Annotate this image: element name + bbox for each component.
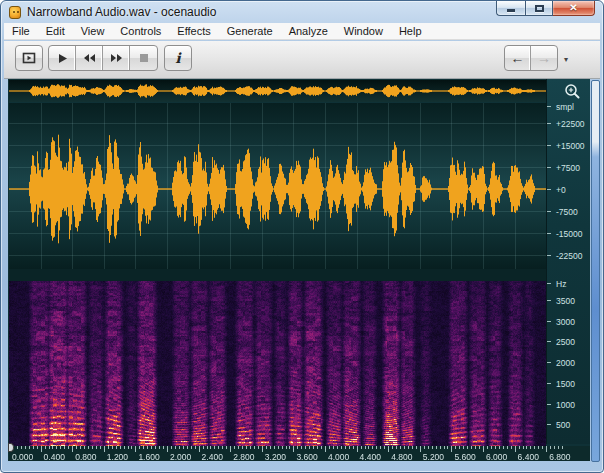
- play-window-icon: [22, 52, 36, 64]
- time-label: 6.000: [486, 452, 507, 461]
- screenshot: Narrowband Audio.wav - ocenaudio ✕ FileE…: [0, 0, 604, 473]
- scale-tick: [547, 211, 551, 212]
- minimize-button[interactable]: [496, 1, 525, 16]
- menu-item-effects[interactable]: Effects: [169, 23, 218, 40]
- close-button[interactable]: ✕: [553, 1, 595, 16]
- scale-tick: [547, 255, 551, 256]
- stop-icon: [139, 53, 149, 63]
- scale-label: 2000: [556, 358, 575, 368]
- scale-label: 1500: [556, 379, 575, 389]
- time-label: 4.400: [360, 452, 381, 461]
- scale-label: +0: [556, 185, 566, 195]
- time-label: 1.200: [107, 452, 128, 461]
- transport-group: [48, 45, 158, 71]
- play-in-new-window-button[interactable]: [15, 45, 43, 71]
- info-button[interactable]: i: [164, 45, 192, 71]
- zoom-icon[interactable]: [564, 83, 581, 100]
- scale-label: 3000: [556, 317, 575, 327]
- close-icon: ✕: [569, 3, 577, 13]
- forward-arrow-icon: →: [537, 51, 551, 65]
- scale-label: smpl: [556, 102, 574, 112]
- window-title: Narrowband Audio.wav - ocenaudio: [27, 5, 216, 19]
- window-controls: ✕: [496, 1, 595, 16]
- vertical-scrollbar[interactable]: [591, 80, 600, 462]
- toolbar: i -00:00:00.000 hr min sec smpl 8000 Hz …: [4, 41, 600, 79]
- rewind-button[interactable]: [76, 46, 103, 70]
- scale-tick: [547, 424, 551, 425]
- time-label: 4.000: [328, 452, 349, 461]
- menu-item-view[interactable]: View: [73, 23, 113, 40]
- time-label: 6.800: [549, 452, 570, 461]
- rewind-icon: [83, 53, 96, 63]
- time-label: 1.600: [138, 452, 159, 461]
- menu-bar: FileEditViewControlsEffectsGenerateAnaly…: [4, 23, 600, 40]
- scale-label: +22500: [556, 119, 585, 129]
- time-label: 6.400: [518, 452, 539, 461]
- fast-forward-icon: [110, 53, 123, 63]
- maximize-icon: [535, 5, 544, 12]
- info-icon: i: [175, 50, 180, 66]
- scale-tick: [547, 167, 551, 168]
- scale-tick: [547, 341, 551, 342]
- scale-column: smpl+22500+15000+7500+0-7500-15000-22500…: [546, 79, 590, 444]
- scale-tick: [547, 233, 551, 234]
- scale-tick: [547, 362, 551, 363]
- menu-item-analyze[interactable]: Analyze: [281, 23, 336, 40]
- scale-tick: [547, 189, 551, 190]
- time-label: 2.400: [202, 452, 223, 461]
- menu-item-help[interactable]: Help: [391, 23, 430, 40]
- spectrogram-view[interactable]: [9, 281, 546, 446]
- scale-label: +15000: [556, 141, 585, 151]
- time-label: 3.600: [296, 452, 317, 461]
- back-button[interactable]: ←: [505, 46, 531, 70]
- scale-tick: [547, 123, 551, 124]
- maximize-button[interactable]: [525, 1, 553, 16]
- view-divider: [9, 269, 546, 281]
- time-label: 4.800: [391, 452, 412, 461]
- time-label: 2.800: [233, 452, 254, 461]
- scale-label: -15000: [556, 229, 582, 239]
- stop-button[interactable]: [130, 46, 157, 70]
- scale-label: +7500: [556, 163, 580, 173]
- play-icon: [57, 53, 68, 64]
- play-button[interactable]: [49, 46, 76, 70]
- scale-tick: [547, 383, 551, 384]
- waveform-overview[interactable]: [9, 80, 546, 102]
- app-window: Narrowband Audio.wav - ocenaudio ✕ FileE…: [0, 0, 604, 473]
- scale-tick: [547, 300, 551, 301]
- minimize-icon: [507, 9, 515, 12]
- scale-label: 500: [556, 420, 570, 430]
- scale-tick: [547, 321, 551, 322]
- scale-tick: [547, 404, 551, 405]
- app-icon: [9, 6, 21, 19]
- nav-menu-caret[interactable]: ▾: [564, 55, 568, 64]
- scale-tick: [547, 106, 551, 107]
- time-label: 3.200: [265, 452, 286, 461]
- time-label: 0.000: [12, 452, 33, 461]
- menu-item-generate[interactable]: Generate: [219, 23, 281, 40]
- scale-label: 2500: [556, 337, 575, 347]
- menu-item-file[interactable]: File: [4, 23, 38, 40]
- time-label: 0.800: [75, 452, 96, 461]
- fast-forward-button[interactable]: [103, 46, 130, 70]
- editor-area: 0.0000.4000.8001.2001.6002.0002.4002.800…: [8, 79, 590, 461]
- time-label: 5.200: [423, 452, 444, 461]
- forward-button[interactable]: →: [531, 46, 557, 70]
- scale-label: 1000: [556, 400, 575, 410]
- scale-tick: [547, 145, 551, 146]
- waveform-view[interactable]: [9, 103, 546, 269]
- time-label: 2.000: [170, 452, 191, 461]
- menu-item-edit[interactable]: Edit: [38, 23, 73, 40]
- scale-label: -22500: [556, 251, 582, 261]
- back-arrow-icon: ←: [511, 51, 525, 65]
- scale-label: -7500: [556, 207, 578, 217]
- scale-label: Hz: [556, 279, 566, 289]
- plots: [9, 79, 546, 461]
- menu-item-window[interactable]: Window: [336, 23, 391, 40]
- scale-label: 3500: [556, 296, 575, 306]
- history-nav-group: ← →: [504, 45, 558, 71]
- scale-tick: [547, 283, 551, 284]
- time-label: 0.400: [44, 452, 65, 461]
- time-label: 5.600: [454, 452, 475, 461]
- menu-item-controls[interactable]: Controls: [112, 23, 169, 40]
